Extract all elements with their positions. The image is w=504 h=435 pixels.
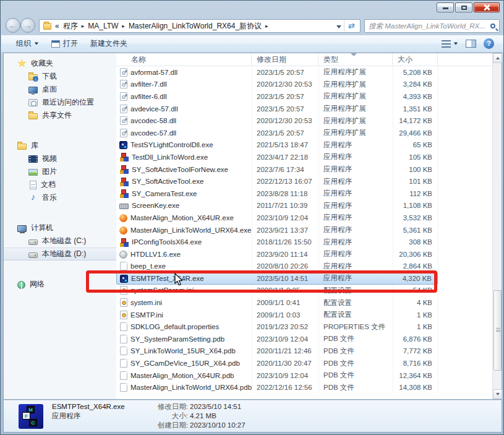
- file-row[interactable]: MasterAlign_Motion_X64UR.exe2023/10/9 12…: [116, 212, 438, 224]
- file-date-cell: 2009/1/1 0:05: [252, 286, 318, 294]
- modified-label: 修改日期:: [150, 402, 188, 411]
- search-box[interactable]: 搜索 MasterAlign_LinkToWorld_RX...: [364, 19, 500, 33]
- file-row[interactable]: ESMTP.ini2009/1/1 0:03配置设置1 KB: [116, 309, 438, 321]
- file-date-cell: 2023/1/5 20:57: [252, 93, 318, 100]
- vertical-scrollbar[interactable]: [492, 53, 502, 399]
- mfc-file-icon: [119, 238, 129, 247]
- change-view-button[interactable]: [442, 40, 458, 48]
- file-row[interactable]: SDKLOG_default.properties2019/1/23 20:52…: [116, 321, 438, 333]
- sidebar-item-label: 计算机: [31, 223, 53, 233]
- file-row[interactable]: TestDll_LinkToWord.exe2023/4/17 22:18应用程…: [116, 151, 438, 163]
- column-divider: [438, 66, 438, 393]
- forward-button[interactable]: →: [20, 18, 35, 33]
- column-header-date[interactable]: 修改日期: [252, 53, 318, 66]
- file-row[interactable]: MasterAlign_LinkToWorld_URX64.exe2023/9/…: [116, 224, 438, 236]
- orange-orb-file-icon: [119, 226, 127, 235]
- file-row[interactable]: avcodec-57.dll2023/1/5 20:57应用程序扩展29,466…: [116, 127, 438, 139]
- page-file-icon: [120, 347, 127, 355]
- sidebar-item[interactable]: 库: [4, 139, 116, 152]
- file-row[interactable]: SY_GCamDeVice_15UR_X64.pdb2020/11/30 20:…: [116, 357, 438, 369]
- breadcrumb-item[interactable]: MasterAlign_LinkToWorld_RX64_新协议: [129, 21, 262, 32]
- file-type-cell: 应用程序扩展: [318, 80, 393, 89]
- file-size-cell: 54 KB: [393, 286, 438, 294]
- back-button[interactable]: ←: [6, 18, 20, 33]
- sidebar-item[interactable]: 共享文件: [4, 109, 116, 122]
- file-row[interactable]: system.ini2009/1/1 0:41配置设置4 KB: [116, 296, 438, 309]
- sidebar-item[interactable]: 文档: [4, 178, 116, 191]
- sidebar-item[interactable]: 计算机: [4, 222, 116, 235]
- title-bar[interactable]: [1, 1, 504, 17]
- sidebar-item[interactable]: 图片: [4, 165, 116, 178]
- address-dropdown-button[interactable]: [334, 22, 344, 30]
- file-name-label: beep_t.exe: [130, 262, 166, 270]
- sidebar-item[interactable]: 本地磁盘 (D:): [4, 248, 116, 261]
- file-name-cell: SY_SystemParamSetting.pdb: [116, 335, 252, 343]
- file-row[interactable]: HTDLLV1.6.exe2023/9/20 11:14应用程序20,306 K…: [116, 248, 438, 261]
- file-row[interactable]: SY_SoftActiveTool.exe2022/12/13 16:07应用程…: [116, 175, 438, 187]
- breadcrumb-item[interactable]: 程序: [63, 21, 78, 32]
- column-header-size[interactable]: 大小: [393, 53, 438, 66]
- file-row[interactable]: avcodec-58.dll2020/12/30 20:53应用程序扩展14,1…: [116, 114, 438, 127]
- sidebar-item-label: 文档: [41, 179, 56, 190]
- file-row[interactable]: ScreenKey.exe2011/7/21 10:39应用程序1,108 KB: [116, 200, 438, 212]
- file-row[interactable]: avfilter-7.dll2020/12/30 20:53应用程序扩展3,28…: [116, 79, 438, 91]
- scroll-up-button[interactable]: [493, 53, 502, 63]
- file-row[interactable]: avformat-57.dll2023/1/5 20:57应用程序扩展5,208…: [116, 66, 438, 79]
- sidebar-item[interactable]: ♪音乐: [4, 191, 116, 204]
- sidebar-gap: [4, 261, 116, 278]
- sidebar-item[interactable]: 网络: [4, 278, 116, 291]
- refresh-button[interactable]: ⇄: [344, 20, 359, 32]
- sidebar-item[interactable]: 下载: [4, 70, 116, 83]
- sidebar-item[interactable]: 最近访问的位置: [4, 96, 116, 109]
- file-row[interactable]: MasterAlign_LinkToWorld_URX64.pdb2022/12…: [116, 381, 438, 394]
- breadcrumb-separator-icon[interactable]: ▸: [265, 23, 268, 29]
- file-size-cell: 1,351 KB: [393, 105, 438, 113]
- open-button[interactable]: 打开: [45, 35, 84, 52]
- modified-value: 2023/5/10 14:51: [190, 403, 241, 410]
- file-type-cell: PDB 文件: [318, 359, 393, 368]
- sidebar-item[interactable]: 收藏夹: [4, 57, 116, 70]
- file-size-cell: 3,532 KB: [393, 214, 438, 222]
- file-row[interactable]: SY_CameraTest.exe2023/8/28 11:18应用程序112 …: [116, 187, 438, 200]
- file-row-selected[interactable]: ESMTPTest_X64R.exe2023/5/10 14:51应用程序4,3…: [116, 272, 438, 285]
- new-folder-button[interactable]: 新建文件夹: [84, 35, 134, 52]
- file-size-cell: 2,864 KB: [393, 262, 438, 270]
- file-row[interactable]: SY_SystemParamSetting.pdb2023/10/9 12:04…: [116, 333, 438, 345]
- close-button[interactable]: [474, 2, 500, 12]
- file-row[interactable]: IPConfigToolsX64.exe2018/11/26 15:50应用程序…: [116, 236, 438, 248]
- help-button[interactable]: ?: [484, 38, 494, 49]
- breadcrumb-overflow[interactable]: «: [55, 22, 59, 30]
- sidebar-item[interactable]: 桌面: [4, 83, 116, 96]
- sidebar-item[interactable]: 视频: [4, 152, 116, 165]
- file-row[interactable]: systemSetParam.ini2009/1/1 0:05配置设置54 KB: [116, 285, 438, 297]
- ini-file-icon: [120, 298, 127, 307]
- file-name-label: SY_CameraTest.exe: [132, 190, 197, 197]
- breadcrumb-separator-icon[interactable]: ▸: [82, 23, 85, 29]
- file-name-cell: avcodec-58.dll: [116, 116, 252, 125]
- file-row[interactable]: TestSYLightControlDll.exe2021/5/13 18:47…: [116, 139, 438, 152]
- file-type-cell: 应用程序扩展: [318, 104, 393, 113]
- file-date-cell: 2020/11/21 12:46: [252, 347, 318, 355]
- breadcrumb-item[interactable]: MA_LTW: [88, 22, 118, 30]
- preview-pane-button[interactable]: [466, 40, 476, 48]
- organize-button[interactable]: 组织: [10, 35, 45, 52]
- search-icon[interactable]: [490, 24, 495, 28]
- sidebar-item[interactable]: 本地磁盘 (C:): [4, 235, 116, 248]
- scrollbar-thumb[interactable]: [493, 290, 502, 371]
- file-row[interactable]: MasterAlign_Motion_X64UR.pdb2023/10/9 12…: [116, 369, 438, 382]
- size-label: 大小:: [150, 411, 188, 421]
- breadcrumb-separator-icon[interactable]: ▸: [122, 23, 125, 29]
- scroll-down-button[interactable]: [493, 389, 502, 399]
- address-bar[interactable]: « 程序 ▸ MA_LTW ▸ MasterAlign_LinkToWorld_…: [39, 19, 361, 33]
- column-header-name[interactable]: 名称: [116, 53, 252, 66]
- file-row[interactable]: SY_SoftActiveToolForNew.exe2023/7/6 17:3…: [116, 163, 438, 176]
- file-type-cell: 应用程序: [318, 177, 393, 186]
- doc-icon: [30, 181, 36, 189]
- minimize-button[interactable]: [437, 2, 454, 12]
- file-size-cell: 14,172 KB: [393, 117, 438, 124]
- file-row[interactable]: avfilter-6.dll2023/1/5 20:57应用程序扩展4,393 …: [116, 90, 438, 103]
- maximize-button[interactable]: [455, 2, 472, 12]
- file-row[interactable]: avdevice-57.dll2023/1/5 20:57应用程序扩展1,351…: [116, 103, 438, 115]
- file-row[interactable]: beep_t.exe2020/8/10 20:26应用程序2,864 KB: [116, 261, 438, 273]
- file-row[interactable]: SY_LinkToWorld_15UR_X64.pdb2020/11/21 12…: [116, 345, 438, 358]
